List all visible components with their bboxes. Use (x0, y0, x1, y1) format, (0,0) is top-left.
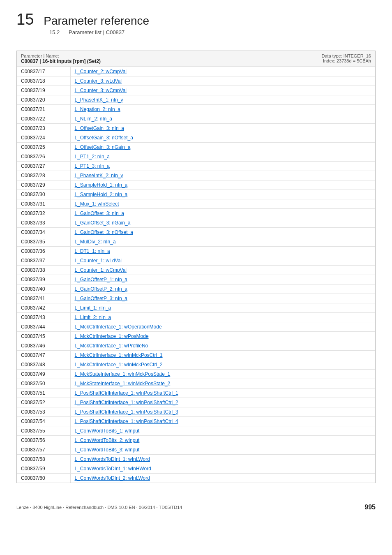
param-link[interactable]: L_GainOffsetP_1: nIn_a (70, 275, 375, 284)
param-link[interactable]: L_MckCtrlInterface_1: wPosMode (70, 332, 375, 341)
param-link[interactable]: L_ConvWordsToDInt_2: wInLWord (70, 474, 375, 483)
param-link[interactable]: L_MckStateInterface_1: wInMckPosState_2 (70, 379, 375, 388)
param-id: C00837/39 (17, 275, 70, 284)
table-row: C00837/34L_GainOffset_3: nOffset_a (17, 228, 375, 237)
table-row: C00837/52L_PosiShaftCtrlInterface_1: wIn… (17, 398, 375, 407)
data-type-label: Data type: INTEGER_16 (322, 53, 371, 58)
param-link[interactable]: L_Negation_2: nIn_a (70, 105, 375, 114)
table-row: C00837/31L_Mux_1: wInSelect (17, 199, 375, 209)
table-row: C00837/42L_Limit_1: nIn_a (17, 303, 375, 313)
param-link[interactable]: L_PT1_3: nIn_a (70, 162, 375, 171)
param-id: C00837/34 (17, 228, 70, 237)
param-link[interactable]: L_MulDiv_2: nIn_a (70, 237, 375, 247)
param-link[interactable]: L_ConvWordsToDInt_1: wInHWord (70, 464, 375, 474)
param-id: C00837/40 (17, 284, 70, 294)
table-row: C00837/32L_GainOffset_3: nIn_a (17, 209, 375, 218)
param-link[interactable]: L_PhaseIntK_2: nIn_v (70, 171, 375, 180)
param-link[interactable]: L_PosiShaftCtrlInterface_1: wInPosiShaft… (70, 398, 375, 407)
param-link[interactable]: L_OffsetGain_3: nGain_a (70, 143, 375, 152)
param-link[interactable]: L_ConvWordToBits_2: wInput (70, 436, 375, 445)
param-link[interactable]: L_ConvWordToBits_3: wInput (70, 445, 375, 455)
param-link[interactable]: L_GainOffset_3: nOffset_a (70, 228, 375, 237)
page-header: 15 Parameter reference (0, 0, 392, 28)
param-id: C00837/54 (17, 417, 70, 426)
param-link[interactable]: L_Counter_1: wCmpVal (70, 266, 375, 275)
param-link[interactable]: L_Counter_1: wLdVal (70, 256, 375, 266)
param-link[interactable]: L_PosiShaftCtrlInterface_1: wInPosiShaft… (70, 388, 375, 398)
sub-header: 15.2 Parameter list | C00837 (0, 28, 392, 35)
param-id: C00837/53 (17, 407, 70, 417)
param-link[interactable]: L_OffsetGain_3: nOffset_a (70, 133, 375, 143)
table-row: C00837/29L_SampleHold_1: nIn_a (17, 180, 375, 190)
table-row: C00837/27L_PT1_3: nIn_a (17, 162, 375, 171)
param-id: C00837/55 (17, 426, 70, 436)
index-label: Index: 23738d = 5CBAh (323, 58, 371, 63)
table-row: C00837/46L_MckCtrlInterface_1: wProfileN… (17, 341, 375, 351)
param-id: C00837/42 (17, 303, 70, 313)
param-link[interactable]: L_Counter_3: wLdVal (70, 76, 375, 86)
table-row: C00837/28L_PhaseIntK_2: nIn_v (17, 171, 375, 180)
param-id: C00837/22 (17, 114, 70, 124)
param-link[interactable]: L_PosiShaftCtrlInterface_1: wInPosiShaft… (70, 417, 375, 426)
param-label: Parameter | Name: (21, 53, 59, 58)
param-id: C00837/20 (17, 95, 70, 105)
param-id: C00837/38 (17, 266, 70, 275)
table-row: C00837/60L_ConvWordsToDInt_2: wInLWord (17, 474, 375, 483)
param-id: C00837/24 (17, 133, 70, 143)
param-link[interactable]: L_SampleHold_1: nIn_a (70, 180, 375, 190)
param-id: C00837/17 (17, 67, 70, 76)
table-row: C00837/51L_PosiShaftCtrlInterface_1: wIn… (17, 388, 375, 398)
param-link[interactable]: L_Mux_1: wInSelect (70, 199, 375, 209)
param-id: C00837/35 (17, 237, 70, 247)
param-id: C00837/26 (17, 152, 70, 162)
param-link[interactable]: L_ConvWordToBits_1: wInput (70, 426, 375, 436)
param-link[interactable]: L_PT1_2: nIn_a (70, 152, 375, 162)
param-link[interactable]: L_MckStateInterface_1: wInMckPosState_1 (70, 370, 375, 379)
table-row: C00837/45L_MckCtrlInterface_1: wPosMode (17, 332, 375, 341)
param-id: C00837/59 (17, 464, 70, 474)
table-row: C00837/40L_GainOffsetP_2: nIn_a (17, 284, 375, 294)
section-divider (16, 43, 376, 43)
param-id: C00837/36 (17, 247, 70, 256)
param-id: C00837/32 (17, 209, 70, 218)
param-id: C00837/50 (17, 379, 70, 388)
param-link[interactable]: L_DT1_1: nIn_a (70, 247, 375, 256)
param-id: C00837/60 (17, 474, 70, 483)
footer-left: Lenze · 8400 HighLine · Referenzhandbuch… (16, 505, 182, 510)
param-link[interactable]: L_Limit_1: nIn_a (70, 303, 375, 313)
param-id: C00837/33 (17, 218, 70, 228)
param-link[interactable]: L_GainOffset_3: nGain_a (70, 218, 375, 228)
param-link[interactable]: L_MckCtrlInterface_1: wInMckPosCtrl_1 (70, 351, 375, 360)
param-link[interactable]: L_GainOffset_3: nIn_a (70, 209, 375, 218)
table-row: C00837/44L_MckCtrlInterface_1: wOperatio… (17, 322, 375, 332)
table-row: C00837/57L_ConvWordToBits_3: wInput (17, 445, 375, 455)
param-link[interactable]: L_ConvWordsToDInt_1: wInLWord (70, 455, 375, 464)
param-link[interactable]: L_PhaseIntK_1: nIn_v (70, 95, 375, 105)
param-id: C00837/29 (17, 180, 70, 190)
param-link[interactable]: L_Limit_2: nIn_a (70, 313, 375, 322)
param-link[interactable]: L_NLim_2: nIn_a (70, 114, 375, 124)
chapter-title: Parameter reference (44, 14, 149, 28)
table-row: C00837/53L_PosiShaftCtrlInterface_1: wIn… (17, 407, 375, 417)
data-table: C00837/17L_Counter_2: wCmpValC00837/18L_… (17, 67, 375, 483)
param-link[interactable]: L_MckCtrlInterface_1: wProfileNo (70, 341, 375, 351)
sub-title: Parameter list | C00837 (69, 29, 125, 35)
param-link[interactable]: L_MckCtrlInterface_1: wOperationMode (70, 322, 375, 332)
table-row: C00837/48L_MckCtrlInterface_1: wInMckPos… (17, 360, 375, 370)
param-link[interactable]: L_MckCtrlInterface_1: wInMckPosCtrl_2 (70, 360, 375, 370)
table-row: C00837/59L_ConvWordsToDInt_1: wInHWord (17, 464, 375, 474)
param-link[interactable]: L_GainOffsetP_3: nIn_a (70, 294, 375, 303)
param-link[interactable]: L_OffsetGain_3: nIn_a (70, 124, 375, 133)
table-row: C00837/18L_Counter_3: wLdVal (17, 76, 375, 86)
param-link[interactable]: L_PosiShaftCtrlInterface_1: wInPosiShaft… (70, 407, 375, 417)
param-link[interactable]: L_Counter_3: wCmpVal (70, 86, 375, 95)
param-link[interactable]: L_GainOffsetP_2: nIn_a (70, 284, 375, 294)
parameter-table-container: Parameter | Name: C00837 | 16-bit inputs… (16, 51, 376, 483)
page-number: 995 (364, 504, 376, 511)
param-id: C00837/18 (17, 76, 70, 86)
table-row: C00837/26L_PT1_2: nIn_a (17, 152, 375, 162)
param-name: C00837 | 16-bit inputs [rpm] (Set2) (21, 58, 101, 64)
param-link[interactable]: L_SampleHold_2: nIn_a (70, 190, 375, 199)
table-row: C00837/22L_NLim_2: nIn_a (17, 114, 375, 124)
param-link[interactable]: L_Counter_2: wCmpVal (70, 67, 375, 76)
